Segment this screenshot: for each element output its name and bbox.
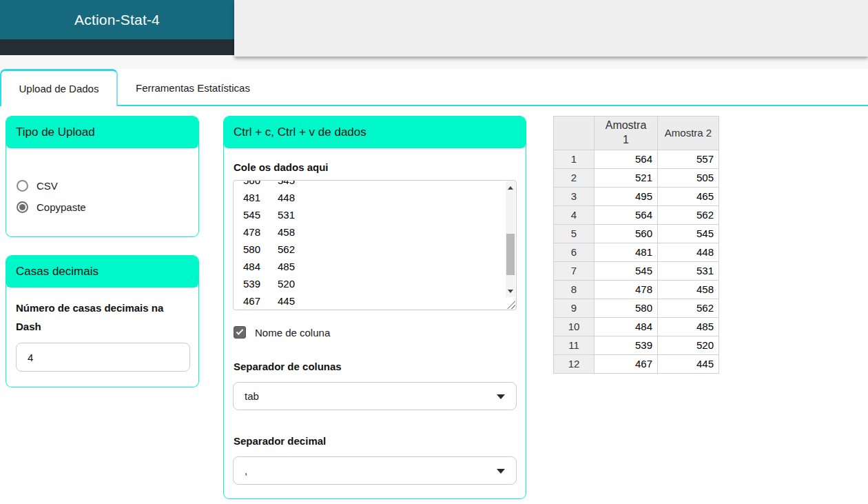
upload-type-panel: Tipo de Upload CSV Copypaste (6, 116, 199, 237)
radio-unchecked-icon (17, 180, 28, 192)
table-row: 8 478 458 (554, 280, 719, 299)
tab-bar-underline (118, 105, 868, 106)
checkbox-checked-icon (234, 326, 246, 339)
app-screen: Action-Stat-4 Upload de Dados Ferramenta… (0, 0, 868, 504)
paste-data-textarea[interactable]: 560 545 481 448 545 531 478 458 580 562 … (233, 180, 517, 310)
textarea-label: Cole os dados aqui (234, 161, 516, 174)
column-separator-value: tab (245, 390, 259, 402)
app-header: Action-Stat-4 (0, 0, 234, 39)
textarea-content: 560 545 481 448 545 531 478 458 580 562 … (234, 180, 516, 310)
decimals-input-label: Número de casas decimais na Dash (16, 299, 189, 336)
scroll-down-icon[interactable] (506, 286, 515, 296)
amostra2-header: Amostra 2 (658, 117, 719, 150)
tab-bar: Upload de Dados Ferramentas Estatísticas (0, 69, 868, 106)
decimal-separator-select[interactable]: , (233, 456, 517, 485)
column-separator-select[interactable]: tab (233, 382, 517, 410)
header-substrip (0, 55, 868, 69)
radio-label: Copypaste (37, 201, 86, 213)
table-row: 5 560 545 (554, 224, 719, 243)
tab-upload-de-dados[interactable]: Upload de Dados (0, 69, 118, 106)
decimals-input[interactable] (16, 343, 190, 372)
radio-checked-icon (17, 201, 28, 213)
paste-data-panel: Ctrl + c, Ctrl + v de dados Cole os dado… (223, 116, 526, 499)
table-row: 11 539 520 (554, 336, 719, 354)
tab-ferramentas-estatisticas[interactable]: Ferramentas Estatísticas (119, 71, 267, 105)
scroll-up-icon[interactable] (506, 183, 515, 192)
decimal-separator-value: , (245, 465, 247, 476)
paste-panel-title: Ctrl + c, Ctrl + v de dados (224, 117, 526, 148)
textarea-scrollbar[interactable] (506, 181, 515, 297)
scrollbar-thumb[interactable] (506, 234, 515, 275)
sidebar-strip (0, 39, 234, 55)
table-row: 7 545 531 (554, 261, 719, 280)
navbar-area (234, 0, 868, 57)
decimal-separator-label: Separador decimal (234, 432, 516, 450)
app-title: Action-Stat-4 (74, 12, 160, 28)
checkbox-label: Nome de coluna (255, 327, 330, 339)
chevron-down-icon (497, 469, 505, 474)
table-row: 3 495 465 (554, 187, 719, 205)
radio-label: CSV (37, 180, 58, 192)
table-row: 9 580 562 (554, 299, 719, 317)
amostra1-header: Amostra 1 (595, 117, 658, 150)
table-row: 6 481 448 (554, 243, 719, 261)
column-separator-label: Separador de colunas (234, 357, 516, 376)
table-row: 4 564 562 (554, 205, 719, 224)
radio-option-copypaste[interactable]: Copypaste (17, 200, 198, 214)
table-header-row: Amostra 1 Amostra 2 (554, 117, 719, 150)
decimals-panel-title: Casas decimais (6, 256, 198, 288)
chevron-down-icon (497, 394, 505, 399)
table-row: 1 564 557 (554, 150, 719, 168)
column-name-checkbox-row[interactable]: Nome de coluna (234, 325, 526, 339)
data-preview-table: Amostra 1 Amostra 2 1 564 557 2 521 505 … (553, 116, 719, 374)
tab-label: Ferramentas Estatísticas (136, 82, 250, 94)
table-row: 2 521 505 (554, 168, 719, 187)
upload-type-panel-title: Tipo de Upload (6, 117, 198, 148)
table-row: 10 484 485 (554, 317, 719, 336)
row-index-header (554, 117, 595, 150)
table-row: 12 467 445 (554, 354, 719, 373)
decimals-panel: Casas decimais Número de casas decimais … (6, 255, 199, 387)
tab-label: Upload de Dados (19, 83, 99, 94)
radio-option-csv[interactable]: CSV (17, 179, 198, 192)
